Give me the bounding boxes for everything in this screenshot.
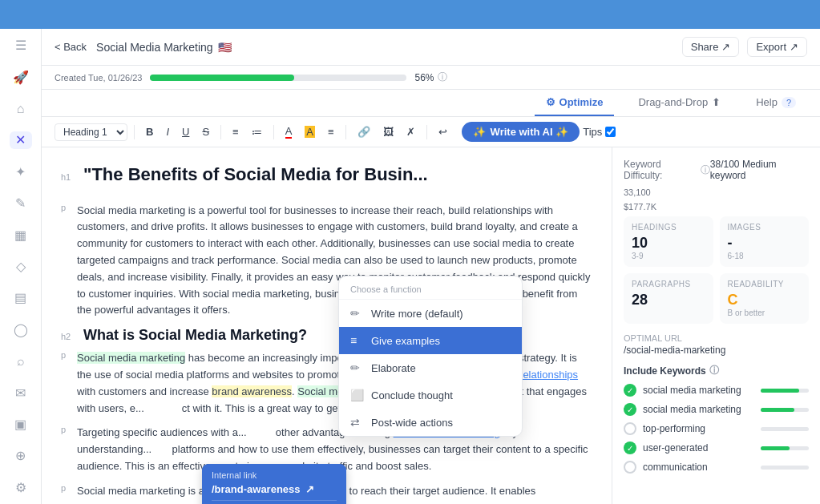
undo-button[interactable]: ↩ bbox=[434, 123, 452, 140]
tab-row: ⚙ Optimize Drag-and-Drop ⬆ Help ? bbox=[42, 90, 820, 117]
h2-heading: What is Social Media Marketing? bbox=[83, 327, 307, 344]
stats-grid: HEADINGS 10 3-9 IMAGES - 6-18 PARAGRAPHS… bbox=[624, 216, 809, 324]
post-icon: ⇄ bbox=[350, 416, 363, 429]
ai-dropdown-header: Choose a function bbox=[339, 276, 522, 300]
headings-card: HEADINGS 10 3-9 bbox=[624, 216, 713, 267]
highlight-button[interactable]: A bbox=[300, 123, 320, 140]
internal-link-label: Internal link bbox=[212, 470, 337, 480]
ai-option-write-more[interactable]: ✏ Write more (default) bbox=[339, 300, 522, 327]
clear-button[interactable]: ✗ bbox=[402, 123, 420, 140]
ai-option-conclude[interactable]: ⬜ Conclude thought bbox=[339, 381, 522, 409]
paragraphs-card: PARAGRAPHS 28 bbox=[624, 273, 713, 324]
ai-option-post-wide[interactable]: ⇄ Post-wide actions bbox=[339, 409, 522, 436]
italic-button[interactable]: I bbox=[161, 123, 174, 140]
right-panel: Keyword Difficulty: ⓘ 38/100 Medium keyw… bbox=[612, 147, 820, 504]
share-icon: ↗ bbox=[721, 41, 730, 53]
tips-checkbox[interactable] bbox=[605, 127, 616, 137]
tab-optimize[interactable]: ⚙ Optimize bbox=[535, 90, 615, 116]
images-label: IMAGES bbox=[728, 223, 802, 232]
editor[interactable]: h1 "The Benefits of Social Media for Bus… bbox=[42, 147, 612, 504]
export-icon: ↗ bbox=[790, 41, 798, 53]
kw-bar-container bbox=[761, 389, 809, 393]
bold-button[interactable]: B bbox=[141, 123, 158, 140]
internal-link-popup: Internal link /brand-awareness ↗ 🗑 Dismi… bbox=[202, 464, 346, 504]
rocket-icon[interactable]: 🚀 bbox=[10, 68, 32, 85]
kw-bar-container bbox=[761, 446, 809, 450]
ordered-button[interactable]: ≔ bbox=[247, 123, 267, 140]
active-section-icon[interactable]: ✕ bbox=[10, 131, 32, 148]
para1-label: p bbox=[61, 203, 71, 212]
left-sidebar: ☰ 🚀 ⌂ ✕ ✦ ✎ ▦ ◇ ▤ ◯ ⌕ ✉ ▣ ⊕ ⚙ bbox=[0, 29, 42, 504]
ai-option-give-examples[interactable]: ≡ Give examples bbox=[339, 327, 522, 354]
progress-row: Created Tue, 01/26/23 56% ⓘ bbox=[42, 66, 820, 90]
list-icon[interactable]: ▤ bbox=[10, 289, 32, 306]
progress-bar bbox=[150, 75, 406, 81]
images-range: 6-18 bbox=[728, 252, 802, 260]
kw-name: top-performing bbox=[643, 423, 754, 434]
kw-name: social media marketing bbox=[643, 385, 754, 396]
menu-icon[interactable]: ☰ bbox=[10, 37, 32, 54]
kw-bar-container bbox=[761, 427, 809, 431]
back-button[interactable]: < Back bbox=[55, 41, 87, 53]
readability-card: READABILITY C B or better bbox=[720, 273, 810, 324]
chart-icon[interactable]: ▦ bbox=[10, 226, 32, 243]
image-button[interactable]: 🖼 bbox=[378, 123, 398, 140]
toolbar: Heading 1 Heading 2 Paragraph B I U S ≡ … bbox=[42, 117, 820, 147]
heading-select[interactable]: Heading 1 Heading 2 Paragraph bbox=[55, 123, 127, 141]
link-button[interactable]: 🔗 bbox=[353, 123, 375, 140]
email-icon[interactable]: ✉ bbox=[10, 384, 32, 401]
settings-icon[interactable]: ⚙ bbox=[10, 479, 32, 496]
internal-link-url[interactable]: /brand-awareness ↗ bbox=[212, 483, 337, 495]
book-icon[interactable]: ▣ bbox=[10, 416, 32, 433]
kw-check bbox=[624, 461, 636, 474]
content-header: < Back Social Media Marketing 🇺🇸 Share ↗… bbox=[42, 29, 820, 66]
strike-button[interactable]: S bbox=[197, 123, 214, 140]
sparkle-icon[interactable]: ✦ bbox=[10, 163, 32, 180]
dismiss-button[interactable]: 🗑 Dismiss bbox=[212, 500, 337, 504]
external-link-icon: ↗ bbox=[305, 483, 314, 495]
kw-bar-container bbox=[761, 408, 809, 412]
underline-button[interactable]: U bbox=[177, 123, 194, 140]
kd-label: Keyword Difficulty: ⓘ bbox=[624, 159, 710, 181]
share-button[interactable]: Share ↗ bbox=[682, 37, 740, 57]
info-icon[interactable]: ⓘ bbox=[438, 71, 447, 84]
write-ai-button[interactable]: ✨ Write with AI ✨ bbox=[462, 122, 580, 142]
kw-info-icon[interactable]: ⓘ bbox=[709, 364, 719, 377]
kw-name: communication bbox=[643, 462, 754, 473]
kw-bar-fill bbox=[761, 446, 790, 450]
person-icon[interactable]: ◯ bbox=[10, 321, 32, 338]
kw-bar-fill bbox=[761, 408, 794, 412]
link-relationships[interactable]: relationships bbox=[519, 369, 578, 381]
kw-name: social media marketing bbox=[643, 404, 754, 415]
keyword-item: ✓social media marketing bbox=[624, 384, 809, 397]
export-button[interactable]: Export ↗ bbox=[747, 37, 807, 57]
elaborate-icon: ✏ bbox=[350, 361, 363, 374]
home-icon[interactable]: ⌂ bbox=[10, 100, 32, 117]
tab-help[interactable]: Help ? bbox=[745, 90, 807, 116]
bullet-button[interactable]: ≡ bbox=[228, 123, 244, 140]
tab-drag-drop[interactable]: Drag-and-Drop ⬆ bbox=[627, 90, 732, 116]
h1-label: h1 bbox=[61, 172, 77, 182]
para3-label: p bbox=[61, 425, 71, 434]
align-button[interactable]: ≡ bbox=[323, 123, 339, 140]
conclude-icon: ⬜ bbox=[350, 389, 363, 401]
kw-bar-fill bbox=[761, 389, 799, 393]
ai-option-elaborate[interactable]: ✏ Elaborate bbox=[339, 354, 522, 381]
highlight-brand: brand awareness bbox=[212, 385, 292, 397]
para4-label: p bbox=[61, 483, 71, 493]
created-label: Created Tue, 01/26/23 bbox=[55, 73, 142, 83]
keyword-item: ✓social media marketing bbox=[624, 403, 809, 416]
font-color-button[interactable]: A bbox=[281, 123, 297, 141]
ai-dropdown: Choose a function ✏ Write more (default)… bbox=[338, 276, 523, 437]
kw-name: user-generated bbox=[643, 442, 754, 454]
separator-1 bbox=[134, 125, 135, 139]
kd-info-icon[interactable]: ⓘ bbox=[701, 163, 710, 177]
editor-area: h1 "The Benefits of Social Media for Bus… bbox=[42, 147, 820, 504]
h2-label: h2 bbox=[61, 332, 77, 341]
tag-icon[interactable]: ⊕ bbox=[10, 447, 32, 464]
edit-icon[interactable]: ✎ bbox=[10, 195, 32, 212]
search-icon[interactable]: ⌕ bbox=[10, 353, 32, 369]
separator-5 bbox=[426, 125, 427, 139]
headings-range: 3-9 bbox=[632, 252, 705, 260]
diamond-icon[interactable]: ◇ bbox=[10, 258, 32, 275]
